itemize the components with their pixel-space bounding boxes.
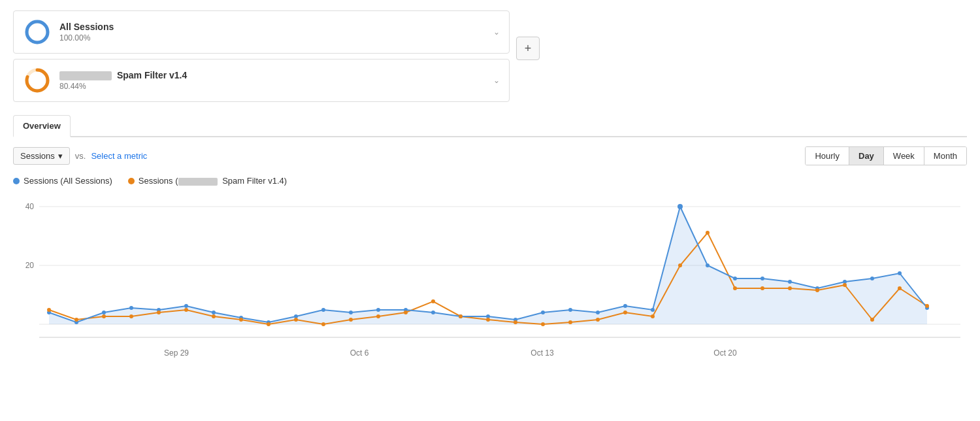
legend-row: Sessions (All Sessions) Sessions ( Spam …	[13, 176, 967, 186]
dropdown-arrow: ▾	[58, 151, 63, 161]
spam-filter-name: Spam Filter v1.4	[59, 70, 187, 80]
svg-text:Oct 13: Oct 13	[531, 348, 554, 358]
orange-dot	[349, 318, 353, 322]
blue-dot	[898, 271, 902, 275]
redacted-text	[59, 71, 112, 80]
blue-dot	[431, 311, 435, 314]
blue-dot-peak	[678, 204, 683, 209]
orange-dot	[623, 311, 627, 314]
legend-label-orange: Sessions ( Spam Filter v1.4)	[139, 176, 287, 186]
metric-dropdown[interactable]: Sessions ▾	[13, 147, 70, 165]
legend-dot-blue	[13, 178, 20, 184]
blue-dot	[596, 311, 600, 314]
orange-dot	[157, 311, 161, 314]
orange-dot	[870, 318, 874, 322]
orange-dot	[212, 314, 216, 318]
all-sessions-card[interactable]: All Sessions 100.00% ⌄	[13, 10, 510, 54]
orange-dot	[733, 286, 737, 290]
legend-redacted	[178, 178, 218, 186]
orange-dot	[321, 322, 325, 326]
spam-filter-info: Spam Filter v1.4 80.44%	[59, 70, 187, 91]
select-metric-link[interactable]: Select a metric	[91, 151, 147, 161]
svg-text:40: 40	[25, 202, 35, 211]
spam-filter-pct: 80.44%	[59, 82, 187, 91]
blue-dot	[568, 308, 572, 312]
orange-dot	[431, 299, 435, 303]
chart-svg: 40 20 Sep 29 Oct 6 Oct 13 Oct 20	[13, 194, 967, 363]
day-button[interactable]: Day	[849, 147, 884, 165]
week-button[interactable]: Week	[884, 147, 924, 165]
blue-dot	[733, 277, 737, 280]
orange-dot	[514, 320, 517, 324]
orange-dot	[596, 318, 600, 322]
all-sessions-info: All Sessions 100.00%	[59, 22, 114, 42]
svg-text:20: 20	[25, 261, 35, 270]
orange-dot	[184, 308, 188, 312]
orange-dot	[47, 308, 51, 312]
orange-dot	[74, 318, 78, 322]
metric-label: Sessions	[20, 151, 55, 161]
controls-row: Sessions ▾ vs. Select a metric Hourly Da…	[13, 146, 967, 165]
orange-dot	[925, 304, 929, 308]
blue-dot	[349, 311, 353, 314]
svg-text:Oct 6: Oct 6	[350, 348, 369, 358]
orange-dot	[459, 314, 463, 318]
svg-text:Oct 20: Oct 20	[713, 348, 737, 358]
orange-dot	[843, 283, 847, 287]
spam-filter-donut	[23, 66, 52, 95]
orange-dot	[486, 318, 490, 322]
blue-dot	[321, 308, 325, 312]
orange-dot	[239, 318, 243, 322]
chart-area: 40 20 Sep 29 Oct 6 Oct 13 Oct 20	[13, 194, 967, 363]
blue-dot	[870, 277, 874, 280]
all-sessions-pct: 100.00%	[59, 33, 114, 42]
spam-filter-chevron[interactable]: ⌄	[493, 76, 500, 85]
blue-dot	[184, 304, 188, 308]
orange-dot	[678, 263, 682, 267]
all-sessions-donut	[23, 18, 52, 46]
orange-dot	[788, 286, 792, 290]
orange-dot	[129, 314, 133, 318]
blue-dot	[651, 308, 655, 312]
blue-dot	[129, 306, 133, 310]
legend-dot-orange	[128, 178, 135, 184]
svg-point-1	[27, 22, 48, 42]
blue-dot	[102, 311, 106, 314]
blue-dot	[541, 311, 545, 314]
legend-all-sessions: Sessions (All Sessions)	[13, 176, 112, 186]
blue-dot	[760, 277, 764, 280]
orange-dot	[541, 322, 545, 326]
all-sessions-chevron[interactable]: ⌄	[493, 27, 500, 37]
orange-dot	[898, 286, 902, 290]
orange-dot	[267, 322, 270, 326]
orange-dot	[651, 314, 655, 318]
time-buttons: Hourly Day Week Month	[805, 146, 967, 165]
hourly-button[interactable]: Hourly	[806, 147, 849, 165]
tab-overview[interactable]: Overview	[13, 115, 71, 137]
legend-label-blue: Sessions (All Sessions)	[24, 176, 112, 186]
month-button[interactable]: Month	[924, 147, 966, 165]
orange-dot	[815, 288, 819, 292]
orange-dot-peak	[706, 231, 710, 235]
orange-dot	[294, 318, 298, 322]
left-controls: Sessions ▾ vs. Select a metric	[13, 147, 147, 165]
orange-dot	[760, 286, 764, 290]
blue-dot	[788, 280, 792, 284]
orange-dot	[102, 314, 106, 318]
legend-spam-filter: Sessions ( Spam Filter v1.4)	[128, 176, 287, 186]
all-sessions-name: All Sessions	[59, 22, 114, 32]
vs-label: vs.	[75, 151, 86, 161]
orange-dot	[404, 311, 408, 314]
add-segment-button[interactable]: +	[516, 37, 540, 60]
blue-dot	[212, 311, 216, 314]
blue-dot	[706, 263, 710, 267]
segments-row: All Sessions 100.00% ⌄ Spam Filter v1.4	[13, 10, 967, 107]
orange-dot	[568, 320, 572, 324]
blue-dot	[623, 304, 627, 308]
spam-filter-card[interactable]: Spam Filter v1.4 80.44% ⌄	[13, 59, 510, 102]
tab-bar: Overview	[13, 115, 967, 137]
blue-dot	[376, 308, 380, 312]
orange-dot	[376, 314, 380, 318]
svg-text:Sep 29: Sep 29	[164, 348, 189, 358]
